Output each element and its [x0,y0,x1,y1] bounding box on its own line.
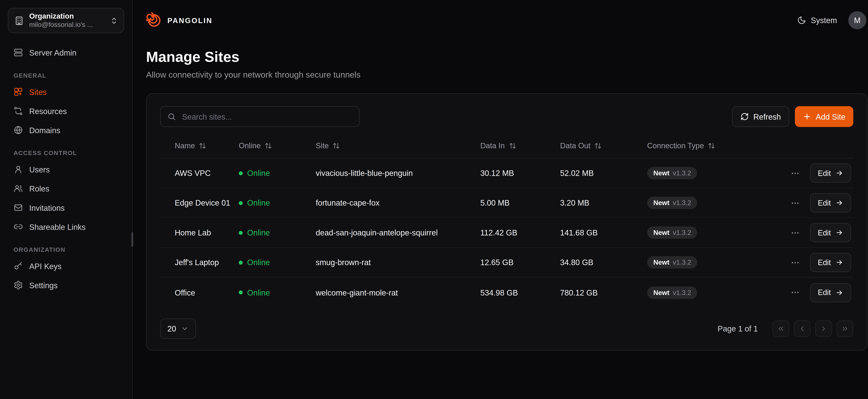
row-menu-button[interactable] [790,288,800,297]
cell-online: Online [239,288,316,297]
column-header-name[interactable]: Name [160,142,239,150]
cell-data-in: 5.00 MB [480,198,560,207]
edit-button[interactable]: Edit [810,223,851,242]
sidebar-item-label: Settings [29,281,58,289]
sidebar-item-sites[interactable]: Sites [8,83,124,101]
cell-data-out: 141.68 GB [560,228,647,237]
page-size-select[interactable]: 20 [160,318,196,339]
cell-name: Edge Device 01 [160,198,239,207]
first-page-button[interactable] [773,320,789,337]
cell-online: Online [239,198,316,207]
prev-page-button[interactable] [794,320,810,337]
row-menu-button[interactable] [790,168,800,178]
cell-site: smug-brown-rat [316,258,480,267]
refresh-button[interactable]: Refresh [732,106,789,127]
edit-button[interactable]: Edit [810,193,851,212]
connection-type-badge: Newtv1.3.2 [647,197,698,209]
cell-connection-type: Newtv1.3.2 [647,167,787,179]
sidebar-item-users[interactable]: Users [8,160,124,179]
table-row: AWS VPC Online vivacious-little-blue-pen… [160,158,853,188]
cell-data-in: 112.42 GB [480,228,560,237]
globe-icon [13,125,23,135]
page-subtitle: Allow connectivity to your network throu… [146,70,867,79]
avatar[interactable]: M [848,11,866,29]
connection-type-badge: Newtv1.3.2 [647,226,698,239]
cell-actions: Edit [787,283,854,302]
cell-online: Online [239,258,316,267]
row-menu-button[interactable] [790,258,800,267]
sidebar-item-domains[interactable]: Domains [8,121,124,140]
column-header-connection-type[interactable]: Connection Type [647,142,787,150]
online-dot [239,171,243,175]
sort-icon [265,142,272,150]
sidebar-item-invitations[interactable]: Invitations [8,198,124,217]
theme-toggle-button[interactable]: System [797,16,837,25]
moon-icon [797,16,806,25]
section-label-organization: ORGANIZATION [13,246,119,253]
cell-site: fortunate-cape-fox [316,198,480,207]
cell-site: vivacious-little-blue-penguin [316,168,480,178]
chevrons-up-down-icon [110,17,118,24]
column-header-site[interactable]: Site [316,142,480,150]
gear-icon [13,280,23,290]
page: Manage Sites Allow connectivity to your … [133,40,868,350]
sort-icon [199,142,206,150]
cell-online: Online [239,168,316,178]
page-info: Page 1 of 1 [718,324,758,333]
edit-button[interactable]: Edit [810,163,851,183]
online-dot [239,201,243,205]
link-icon [13,222,23,232]
cell-name: Jeff's Laptop [160,258,239,267]
search-input[interactable] [181,112,352,122]
cell-name: Office [160,288,239,297]
chevrons-right-icon [841,325,849,333]
app: Organization milo@fossorial.io's ... Ser… [0,0,868,399]
cable-icon [13,106,23,116]
table-row: Office Online welcome-giant-mole-rat 534… [160,278,853,307]
table-footer: 20 Page 1 of 1 [160,307,853,339]
next-page-button[interactable] [815,320,832,337]
org-selector[interactable]: Organization milo@fossorial.io's ... [8,8,124,33]
refresh-label: Refresh [753,112,781,121]
pangolin-logo-icon [146,12,162,28]
sidebar-item-shareable-links[interactable]: Shareable Links [8,217,124,236]
user-icon [13,164,23,174]
cell-data-in: 12.65 GB [480,258,560,267]
sites-grid-icon [13,87,23,97]
column-header-online[interactable]: Online [239,142,316,150]
cell-connection-type: Newtv1.3.2 [647,226,787,239]
cell-actions: Edit [787,163,854,183]
sort-icon [509,142,516,150]
page-title: Manage Sites [146,48,867,66]
sidebar-item-label: Invitations [29,203,65,212]
sidebar-item-label: Roles [29,184,49,193]
sidebar-item-api-keys[interactable]: API Keys [8,257,124,275]
sort-icon [594,142,602,150]
sidebar-item-roles[interactable]: Roles [8,179,124,198]
add-site-button[interactable]: Add Site [795,106,853,127]
cell-connection-type: Newtv1.3.2 [647,286,787,299]
sidebar-resize-handle[interactable] [131,232,133,247]
sites-card: Refresh Add Site Name [146,93,867,350]
sidebar-item-resources[interactable]: Resources [8,102,124,120]
row-menu-button[interactable] [790,198,800,208]
sidebar-item-label: Server Admin [29,48,76,57]
sidebar-item-settings[interactable]: Settings [8,276,124,295]
arrow-right-icon [835,229,843,237]
column-header-data-out[interactable]: Data Out [560,142,647,150]
last-page-button[interactable] [836,320,853,337]
add-site-label: Add Site [816,112,845,121]
row-menu-button[interactable] [790,228,800,237]
edit-button[interactable]: Edit [810,283,851,302]
cell-actions: Edit [787,223,854,242]
column-header-data-in[interactable]: Data In [480,142,560,150]
table-row: Jeff's Laptop Online smug-brown-rat 12.6… [160,248,853,278]
brand-logo[interactable]: PANGOLIN [146,12,213,28]
cell-data-out: 52.02 MB [560,168,647,178]
org-title: Organization [29,12,105,21]
sidebar-item-label: API Keys [29,262,61,271]
refresh-icon [740,112,749,121]
edit-button[interactable]: Edit [810,253,851,272]
sidebar-item-server-admin[interactable]: Server Admin [8,43,124,62]
sidebar-item-label: Domains [29,126,60,134]
